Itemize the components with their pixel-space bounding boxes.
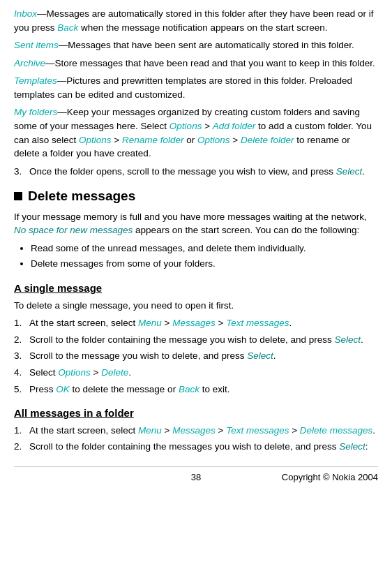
gt3: > <box>230 135 241 145</box>
step5-content: Press OK to delete the message or Back t… <box>29 383 378 397</box>
single-step-3: 3. Scroll to the message you wish to del… <box>14 349 378 363</box>
step3-select: Select <box>336 166 363 177</box>
or-text: or <box>184 135 198 145</box>
ok-link: OK <box>56 384 70 394</box>
options-link-4: Options <box>58 367 91 378</box>
templates-label: Templates <box>14 75 57 86</box>
all-step-2: 2. Scroll to the folder containing the m… <box>14 440 378 454</box>
all-step2-content: Scroll to the folder containing the mess… <box>29 440 378 454</box>
all-messages-steps: 1. At the start screen, select Menu > Me… <box>14 424 378 454</box>
single-message-steps: 1. At the start screen, select Menu > Me… <box>14 316 378 396</box>
all-step1-content: At the start screen, select Menu > Messa… <box>29 424 378 438</box>
step2-content: Scroll to the folder containing the mess… <box>29 333 378 347</box>
single-message-intro: To delete a single message, you need to … <box>14 299 378 313</box>
rename-folder-link: Rename folder <box>122 135 184 145</box>
select-link-all2: Select <box>339 441 365 452</box>
folder-step-list: 3. Once the folder opens, scroll to the … <box>14 165 378 179</box>
sent-items-label: Sent items <box>14 40 59 50</box>
single-step-5: 5. Press OK to delete the message or Bac… <box>14 383 378 397</box>
delete-messages-heading: Delete messages <box>14 186 378 206</box>
delete-link-4: Delete <box>101 367 128 378</box>
single-step-4: 4. Select Options > Delete. <box>14 366 378 380</box>
all-messages-heading: All messages in a folder <box>14 406 378 421</box>
step4-num: 4. <box>14 366 29 380</box>
back-link-5: Back <box>179 384 199 394</box>
archive-item: Archive—Store messages that have been re… <box>14 57 378 71</box>
back-link: Back <box>57 22 78 33</box>
select-link-2: Select <box>335 334 361 345</box>
bullet-read: Read some of the unread messages, and de… <box>31 242 378 256</box>
delete-messages-title: Delete messages <box>28 186 135 206</box>
all-step-1: 1. At the start screen, select Menu > Me… <box>14 424 378 438</box>
text-messages-link-1: Text messages <box>226 318 289 328</box>
text-messages-link-all1: Text messages <box>226 425 289 436</box>
add-folder-link: Add folder <box>213 121 256 131</box>
delete-messages-link-all1: Delete messages <box>300 425 372 436</box>
no-space-link: No space for new messages <box>14 225 133 235</box>
options3-link: Options <box>197 135 230 145</box>
folder-step-3: 3. Once the folder opens, scroll to the … <box>14 165 378 179</box>
step1-content: At the start screen, select Menu > Messa… <box>29 316 378 330</box>
heading-square-icon <box>14 192 22 200</box>
step3-num: 3. <box>14 165 29 179</box>
options2-link: Options <box>79 135 112 145</box>
copyright-text: Copyright © Nokia 2004 <box>282 471 378 484</box>
step3-content: Once the folder opens, scroll to the mes… <box>29 165 378 179</box>
inbox-desc2: when the message notification appears on… <box>78 22 327 33</box>
my-folders-item: My folders—Keep your messages organized … <box>14 105 378 160</box>
step3b-num: 3. <box>14 349 29 363</box>
page-footer: 38 Copyright © Nokia 2004 <box>14 466 378 484</box>
step5-num: 5. <box>14 383 29 397</box>
options1-link: Options <box>169 121 202 131</box>
templates-desc: —Pictures and prewritten templates are s… <box>14 75 352 100</box>
delete-intro-after: appears on the start screen. You can do … <box>133 225 359 235</box>
delete-folder-link: Delete folder <box>241 135 294 145</box>
all-step2-num: 2. <box>14 440 29 454</box>
step3b-content: Scroll to the message you wish to delete… <box>29 349 378 363</box>
single-step-1: 1. At the start screen, select Menu > Me… <box>14 316 378 330</box>
menu-link-all1: Menu <box>138 425 162 436</box>
my-folders-label: My folders <box>14 107 57 117</box>
all-step1-num: 1. <box>14 424 29 438</box>
step4-content: Select Options > Delete. <box>29 366 378 380</box>
delete-messages-intro: If your message memory is full and you h… <box>14 210 378 237</box>
archive-label: Archive <box>14 58 45 68</box>
messages-link-all1: Messages <box>172 425 216 436</box>
select-link-3: Select <box>247 350 273 361</box>
sent-items-item: Sent items—Messages that have been sent … <box>14 38 378 52</box>
bullet-delete-text: Delete messages from some of your folder… <box>31 258 216 269</box>
delete-intro-before: If your message memory is full and you h… <box>14 212 367 222</box>
menu-link-1: Menu <box>138 318 162 328</box>
gt2: > <box>112 135 122 145</box>
archive-desc: —Store messages that have been read and … <box>45 58 375 68</box>
delete-bullets: Read some of the unread messages, and de… <box>31 242 378 271</box>
page-number: 38 <box>191 471 201 484</box>
single-message-heading: A single message <box>14 281 378 296</box>
templates-item: Templates—Pictures and prewritten templa… <box>14 74 378 101</box>
messages-link-1: Messages <box>172 318 216 328</box>
bullet-read-text: Read some of the unread messages, and de… <box>31 243 306 253</box>
step2-num: 2. <box>14 333 29 347</box>
single-step-2: 2. Scroll to the folder containing the m… <box>14 333 378 347</box>
inbox-label: Inbox <box>14 8 37 19</box>
bullet-delete: Delete messages from some of your folder… <box>31 257 378 271</box>
gt1: > <box>202 121 212 131</box>
sent-items-desc: —Messages that have been sent are automa… <box>59 40 354 50</box>
folder-items: Inbox—Messages are automatically stored … <box>14 7 378 161</box>
step1-num: 1. <box>14 316 29 330</box>
inbox-item: Inbox—Messages are automatically stored … <box>14 7 378 34</box>
